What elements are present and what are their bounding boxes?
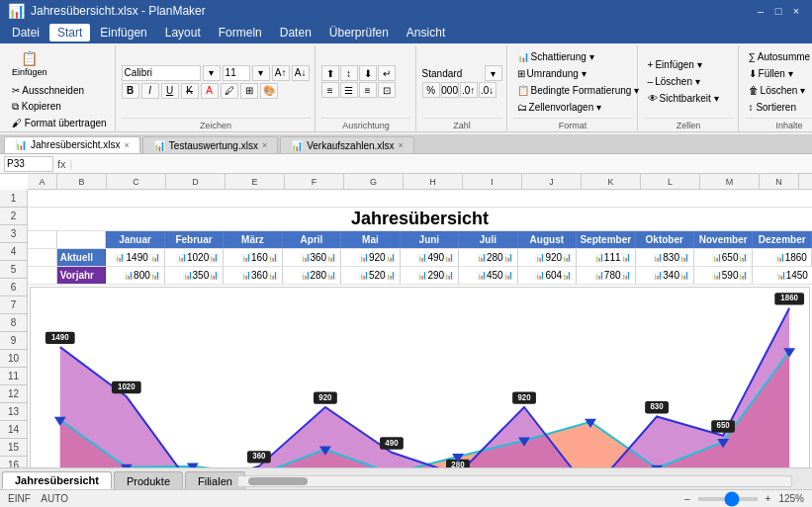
cell-aktuell-label[interactable]: Aktuell — [57, 249, 107, 266]
col-j[interactable]: J — [522, 174, 582, 189]
header-juli[interactable]: Juli — [459, 231, 517, 248]
header-september[interactable]: September — [577, 231, 635, 248]
zellenvorlagen-button[interactable]: 🗂 Zellenvorlagen ▾ — [513, 100, 644, 115]
row-12[interactable]: 12 — [0, 385, 28, 403]
cell-vorjahr-jan[interactable]: 📊800 📊 — [106, 267, 164, 284]
align-center-button[interactable]: ☰ — [340, 82, 358, 98]
umrandung-button[interactable]: ⊞ Umrandung ▾ — [513, 66, 644, 81]
header-januar[interactable]: Januar — [106, 231, 164, 248]
horizontal-scrollbar[interactable] — [237, 475, 792, 487]
close-button[interactable]: × — [788, 3, 804, 19]
align-right-button[interactable]: ≡ — [359, 82, 377, 98]
tab-close-3[interactable]: × — [399, 140, 404, 150]
einfugen-zellen-button[interactable]: + Einfügen ▾ — [644, 57, 723, 72]
cell-aktuell-jun[interactable]: 📊490 📊 — [401, 249, 459, 266]
zoom-plus[interactable]: + — [766, 493, 771, 504]
highlight-button[interactable]: 🖊 — [221, 83, 238, 99]
col-k[interactable]: K — [582, 174, 641, 189]
header-dezember[interactable]: Dezember — [753, 231, 811, 248]
cell-row3-a[interactable] — [28, 231, 57, 248]
header-oktober[interactable]: Oktober — [636, 231, 694, 248]
row-6[interactable]: 6 — [0, 279, 28, 296]
wrap-text-button[interactable]: ↵ — [378, 65, 396, 81]
sheet-tab-produkte[interactable]: Produkte — [114, 471, 183, 489]
font-name-dropdown[interactable]: ▾ — [203, 65, 221, 81]
row-13[interactable]: 13 — [0, 403, 28, 421]
row-5[interactable]: 5 — [0, 261, 28, 279]
col-a[interactable]: A — [28, 174, 57, 189]
menu-ansicht[interactable]: Ansicht — [399, 24, 453, 42]
decrease-font-button[interactable]: A↓ — [292, 65, 310, 81]
row-14[interactable]: 14 — [0, 421, 28, 439]
bedingte-button[interactable]: 📋 Bedingte Formatierung ▾ — [513, 83, 644, 98]
schattierung-button[interactable]: 📊 Schattierung ▾ — [513, 49, 644, 64]
file-tab-verkaufszahlen[interactable]: 📊 Verkaufszahlen.xlsx × — [280, 136, 414, 153]
minimize-button[interactable]: – — [753, 3, 768, 19]
copy-button[interactable]: ⧉ Kopieren — [8, 99, 111, 115]
cell-row4-a[interactable] — [28, 249, 57, 266]
header-juni[interactable]: Juni — [401, 231, 459, 248]
format-copy-button[interactable]: 🖌 Format übertragen — [8, 116, 111, 130]
cell-aktuell-sep[interactable]: 📊111 📊 — [577, 249, 635, 266]
row-7[interactable]: 7 — [0, 296, 28, 314]
row-1[interactable]: 1 — [0, 190, 28, 208]
formula-input[interactable] — [76, 156, 808, 172]
underline-button[interactable]: U — [161, 83, 179, 99]
cell-aktuell-nov[interactable]: 📊650 📊 — [694, 249, 753, 266]
cell-vorjahr-okt[interactable]: 📊340 📊 — [636, 267, 694, 284]
header-november[interactable]: November — [694, 231, 753, 248]
col-d[interactable]: D — [166, 174, 226, 189]
sortieren-button[interactable]: ↕ Sortieren — [745, 100, 812, 115]
col-b[interactable]: B — [57, 174, 107, 189]
format-dropdown[interactable]: ▾ — [485, 65, 502, 81]
percent-button[interactable]: % — [422, 82, 440, 98]
row-9[interactable]: 9 — [0, 332, 28, 350]
menu-einfugen[interactable]: Einfügen — [92, 24, 154, 42]
menu-formeln[interactable]: Formeln — [211, 24, 270, 42]
cell-vorjahr-label[interactable]: Vorjahr — [57, 267, 107, 284]
cell-vorjahr-mar[interactable]: 📊360 📊 — [224, 267, 282, 284]
header-august[interactable]: August — [518, 231, 577, 248]
fill-button[interactable]: 🎨 — [260, 83, 278, 99]
header-februar[interactable]: Februar — [165, 231, 224, 248]
font-size-dropdown[interactable]: ▾ — [252, 65, 270, 81]
row-16[interactable]: 16 — [0, 457, 28, 467]
cell-vorjahr-jul[interactable]: 📊450 📊 — [459, 267, 517, 284]
header-marz[interactable]: März — [224, 231, 282, 248]
cell-vorjahr-sep[interactable]: 📊780 📊 — [577, 267, 635, 284]
cell-aktuell-jan[interactable]: 📊1490 📊 — [106, 249, 164, 266]
cell-reference-input[interactable] — [4, 156, 53, 172]
font-size-input[interactable] — [223, 65, 250, 81]
cell-aktuell-okt[interactable]: 📊830 📊 — [636, 249, 694, 266]
fullen-button[interactable]: ⬇ Füllen ▾ — [745, 66, 812, 81]
cell-aktuell-mar[interactable]: 📊160 📊 — [224, 249, 282, 266]
paste-button[interactable]: 📋 Einfügen — [8, 47, 51, 81]
sichtbarkeit-button[interactable]: 👁 Sichtbarkeit ▾ — [644, 91, 723, 106]
cell-vorjahr-nov[interactable]: 📊590 📊 — [694, 267, 753, 284]
cell-aktuell-apr[interactable]: 📊360 📊 — [283, 249, 341, 266]
col-f[interactable]: F — [285, 174, 344, 189]
increase-font-button[interactable]: A↑ — [272, 65, 290, 81]
menu-uberprufen[interactable]: Überprüfen — [321, 24, 397, 42]
bold-button[interactable]: B — [122, 83, 139, 99]
align-top-button[interactable]: ⬆ — [321, 65, 339, 81]
menu-layout[interactable]: Layout — [157, 24, 209, 42]
menu-datei[interactable]: Datei — [4, 24, 47, 42]
col-g[interactable]: G — [344, 174, 404, 189]
file-tab-testauswertung[interactable]: 📊 Testauswertung.xlsx × — [142, 136, 278, 153]
file-tab-jahresubersicht[interactable]: 📊 Jahresübersicht.xlsx × — [4, 136, 140, 153]
row-10[interactable]: 10 — [0, 350, 28, 368]
font-color-button[interactable]: A — [201, 83, 219, 99]
maximize-button[interactable]: □ — [770, 3, 786, 19]
row-15[interactable]: 15 — [0, 439, 28, 457]
cell-aktuell-feb[interactable]: 📊1020 📊 — [165, 249, 224, 266]
zoom-slider[interactable] — [698, 497, 758, 501]
cell-vorjahr-aug[interactable]: 📊604 📊 — [518, 267, 577, 284]
tab-close-2[interactable]: × — [262, 140, 267, 150]
menu-daten[interactable]: Daten — [272, 24, 319, 42]
row-4[interactable]: 4 — [0, 243, 28, 261]
col-l[interactable]: L — [641, 174, 700, 189]
loschen-inhalte-button[interactable]: 🗑 Löschen ▾ — [745, 83, 812, 98]
cell-row3-b[interactable] — [57, 231, 107, 248]
col-e[interactable]: E — [226, 174, 285, 189]
